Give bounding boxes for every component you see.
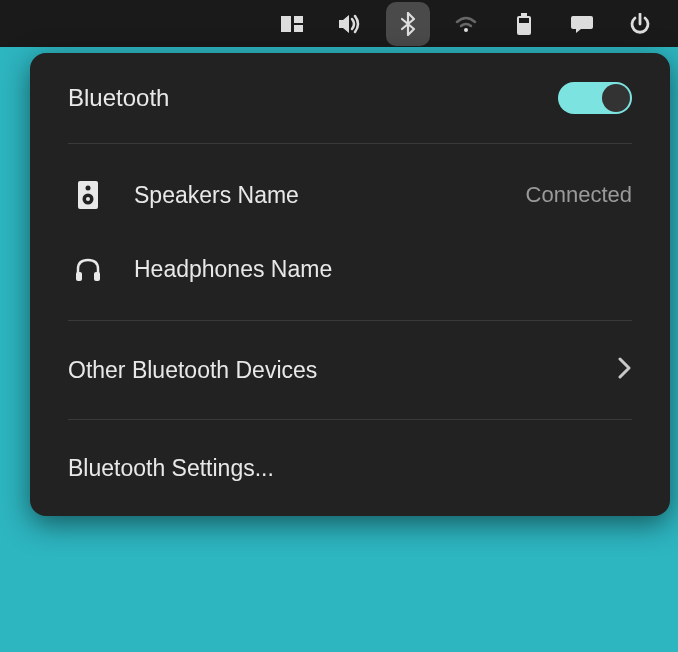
- svg-rect-2: [294, 25, 303, 32]
- bluetooth-icon[interactable]: [386, 2, 430, 46]
- bluetooth-settings-label: Bluetooth Settings...: [68, 455, 274, 482]
- panel-header: Bluetooth: [68, 53, 632, 143]
- svg-point-9: [86, 197, 90, 201]
- speaker-icon: [74, 181, 102, 209]
- bluetooth-settings-row[interactable]: Bluetooth Settings...: [68, 420, 632, 516]
- battery-icon[interactable]: [502, 2, 546, 46]
- power-icon[interactable]: [618, 2, 662, 46]
- other-devices-label: Other Bluetooth Devices: [68, 357, 317, 384]
- system-tray: [0, 0, 678, 47]
- workspace-icon[interactable]: [270, 2, 314, 46]
- chat-icon[interactable]: [560, 2, 604, 46]
- chevron-right-icon: [618, 357, 632, 383]
- device-headphones[interactable]: Headphones Name: [68, 232, 632, 306]
- device-status-label: Connected: [526, 182, 632, 208]
- device-name-label: Headphones Name: [134, 256, 632, 283]
- svg-rect-0: [281, 16, 291, 32]
- toggle-knob: [602, 84, 630, 112]
- device-speakers[interactable]: Speakers Name Connected: [68, 158, 632, 232]
- volume-icon[interactable]: [328, 2, 372, 46]
- headphones-icon: [74, 255, 102, 283]
- svg-rect-5: [519, 18, 529, 23]
- wifi-icon[interactable]: [444, 2, 488, 46]
- svg-rect-10: [76, 272, 82, 281]
- panel-title: Bluetooth: [68, 84, 169, 112]
- svg-rect-3: [521, 13, 527, 16]
- svg-rect-1: [294, 16, 303, 23]
- bluetooth-panel: Bluetooth Speakers Name Connected Headph…: [30, 53, 670, 516]
- bluetooth-toggle[interactable]: [558, 82, 632, 114]
- other-devices-row[interactable]: Other Bluetooth Devices: [68, 321, 632, 419]
- device-list: Speakers Name Connected Headphones Name: [68, 144, 632, 320]
- svg-point-7: [86, 186, 91, 191]
- device-name-label: Speakers Name: [134, 182, 526, 209]
- svg-rect-11: [94, 272, 100, 281]
